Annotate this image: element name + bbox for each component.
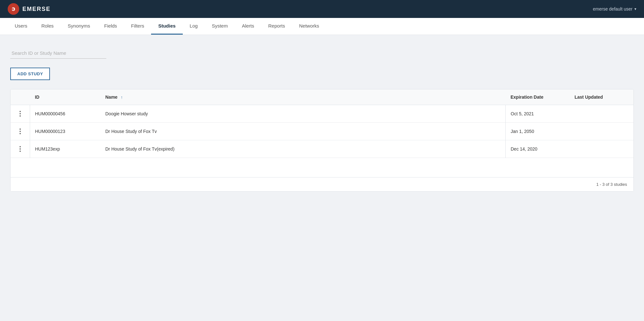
svg-text:э: э [12, 5, 15, 12]
col-header-updated[interactable]: Last Updated [569, 89, 633, 105]
studies-table-container: ID Name ↑ Expiration Date Last Updated [10, 89, 634, 192]
table-row: HUM00000456 Doogie Howser study Oct 5, 2… [11, 105, 633, 123]
dot [20, 111, 21, 112]
nav-filters[interactable]: Filters [124, 18, 151, 35]
row-updated-0 [569, 105, 633, 123]
col-header-name[interactable]: Name ↑ [100, 89, 505, 105]
dot [20, 131, 21, 132]
row-name-2: Dr House Study of Fox Tv(expired) [100, 140, 505, 158]
main-nav: Users Roles Synonyms Fields Filters Stud… [0, 18, 644, 35]
dot [20, 128, 21, 130]
row-menu-dots-0[interactable] [16, 111, 25, 117]
nav-users[interactable]: Users [8, 18, 34, 35]
main-content: ADD STUDY ID Name ↑ Expiration Date Last… [0, 35, 644, 204]
dot [20, 113, 21, 114]
col-header-id[interactable]: ID [30, 89, 100, 105]
empty-row [11, 158, 633, 177]
table-row: HUM123exp Dr House Study of Fox Tv(expir… [11, 140, 633, 158]
table-header-row: ID Name ↑ Expiration Date Last Updated [11, 89, 633, 105]
col-header-actions [11, 89, 30, 105]
nav-system[interactable]: System [205, 18, 235, 35]
row-name-1: Dr House Study of Fox Tv [100, 123, 505, 140]
row-actions-0[interactable] [11, 105, 30, 123]
logo-text: EMERSE [22, 6, 51, 12]
logo: э EMERSE [8, 3, 51, 15]
row-expiry-2: Dec 14, 2020 [505, 140, 569, 158]
nav-log[interactable]: Log [183, 18, 205, 35]
nav-reports[interactable]: Reports [261, 18, 292, 35]
user-menu[interactable]: emerse default user [593, 6, 636, 12]
empty-cell [11, 158, 633, 177]
search-input[interactable] [10, 48, 106, 59]
row-name-0: Doogie Howser study [100, 105, 505, 123]
table-row: HUM00000123 Dr House Study of Fox Tv Jan… [11, 123, 633, 140]
dot [20, 133, 21, 134]
row-expiry-1: Jan 1, 2050 [505, 123, 569, 140]
dot [20, 115, 21, 117]
row-actions-2[interactable] [11, 140, 30, 158]
dot [20, 148, 21, 150]
row-expiry-0: Oct 5, 2021 [505, 105, 569, 123]
sort-icon: ↑ [121, 95, 123, 100]
row-updated-1 [569, 123, 633, 140]
table-footer: 1 - 3 of 3 studies [11, 177, 633, 191]
add-study-button[interactable]: ADD STUDY [10, 68, 50, 80]
app-header: э EMERSE emerse default user [0, 0, 644, 18]
row-menu-dots-1[interactable] [16, 128, 25, 134]
row-id-1: HUM00000123 [30, 123, 100, 140]
row-updated-2 [569, 140, 633, 158]
row-id-2: HUM123exp [30, 140, 100, 158]
row-menu-dots-2[interactable] [16, 146, 25, 152]
dot [20, 151, 21, 152]
nav-alerts[interactable]: Alerts [235, 18, 261, 35]
nav-studies[interactable]: Studies [151, 18, 182, 35]
search-container [10, 48, 634, 59]
nav-fields[interactable]: Fields [97, 18, 124, 35]
studies-table: ID Name ↑ Expiration Date Last Updated [11, 89, 633, 177]
logo-icon: э [8, 3, 19, 15]
row-actions-1[interactable] [11, 123, 30, 140]
nav-synonyms[interactable]: Synonyms [61, 18, 97, 35]
col-header-expiry[interactable]: Expiration Date [505, 89, 569, 105]
row-id-0: HUM00000456 [30, 105, 100, 123]
nav-roles[interactable]: Roles [34, 18, 60, 35]
dot [20, 146, 21, 147]
nav-networks[interactable]: Networks [292, 18, 326, 35]
